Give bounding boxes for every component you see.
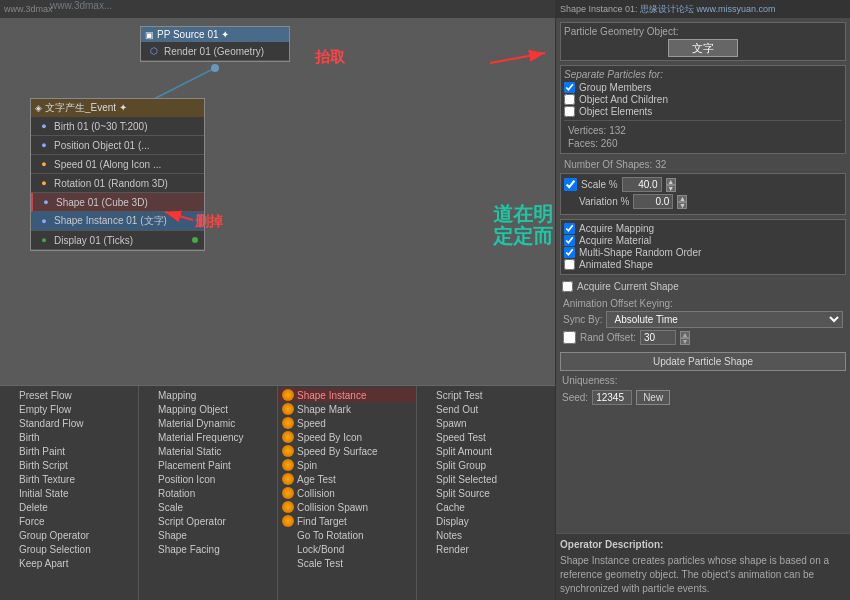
render-item-label: Render 01 (Geometry) [164,46,264,57]
toolbar-force[interactable]: Force [0,514,138,528]
geo-object-field[interactable] [668,39,738,57]
toolbar-standard-flow[interactable]: Standard Flow [0,416,138,430]
toolbar-split-selected[interactable]: Split Selected [417,472,555,486]
variation-spinner: ▲ ▼ [677,195,687,209]
variation-up[interactable]: ▲ [677,195,687,202]
toolbar-find-target[interactable]: Find Target [278,514,416,528]
object-elements-checkbox[interactable] [564,106,575,117]
toolbar-birth-paint[interactable]: Birth Paint [0,444,138,458]
multi-shape-label: Multi-Shape Random Order [579,247,701,258]
multi-shape-checkbox[interactable] [564,247,575,258]
toolbar-go-to-rotation[interactable]: Go To Rotation [278,528,416,542]
toolbar-split-source[interactable]: Split Source [417,486,555,500]
render-item[interactable]: ⬡ Render 01 (Geometry) [141,42,289,61]
update-btn[interactable]: Update Particle Shape [560,352,846,371]
acquire-material-checkbox[interactable] [564,235,575,246]
toolbar-delete[interactable]: Delete [0,500,138,514]
position-item[interactable]: ● Position Object 01 (... [31,136,204,155]
toolbar-lock-bond[interactable]: Lock/Bond [278,542,416,556]
toolbar-group-operator[interactable]: Group Operator [0,528,138,542]
toolbar-empty-flow[interactable]: Empty Flow [0,402,138,416]
toolbar-position-icon[interactable]: Position Icon [139,472,277,486]
shape-instance-item[interactable]: ● Shape Instance 01 (文字) [31,212,204,231]
speed-item[interactable]: ● Speed 01 (Along Icon ... [31,155,204,174]
toolbar-split-group[interactable]: Split Group [417,458,555,472]
toolbar-material-frequency[interactable]: Material Frequency [139,430,277,444]
display-label: Display 01 (Ticks) [54,235,133,246]
new-btn[interactable]: New [636,390,670,405]
toolbar-scale-test[interactable]: Scale Test [278,556,416,570]
toolbar-preset-flow[interactable]: Preset Flow [0,388,138,402]
toolbar-collision[interactable]: Collision [278,486,416,500]
toolbar-send-out[interactable]: Send Out [417,402,555,416]
toolbar-mapping-object[interactable]: Mapping Object [139,402,277,416]
toolbar-speed[interactable]: Speed [278,416,416,430]
toolbar-birth-texture[interactable]: Birth Texture [0,472,138,486]
site-watermark: www.3dmax... [50,0,112,11]
acquire-mapping-checkbox[interactable] [564,223,575,234]
toolbar-shape[interactable]: Shape [139,528,277,542]
toolbar-shape-instance[interactable]: Shape Instance [278,388,416,402]
rand-up[interactable]: ▲ [680,331,690,338]
toolbar-script-operator[interactable]: Script Operator [139,514,277,528]
object-and-children-checkbox[interactable] [564,94,575,105]
toolbar-col-4: Script Test Send Out Spawn Speed Test Sp… [417,386,555,600]
separate-particles-label: Separate Particles for: [564,69,842,80]
toolbar-notes[interactable]: Notes [417,528,555,542]
scale-up[interactable]: ▲ [666,178,676,185]
shape-instance-toolbar-icon [282,389,294,401]
toolbar-script-test[interactable]: Script Test [417,388,555,402]
variation-label: Variation % [579,196,629,207]
toolbar-speed-by-icon[interactable]: Speed By Icon [278,430,416,444]
toolbar-spawn[interactable]: Spawn [417,416,555,430]
toolbar-rotation[interactable]: Rotation [139,486,277,500]
source-node-title: PP Source 01 ✦ [157,29,229,40]
toolbar-material-static[interactable]: Material Static [139,444,277,458]
group-members-checkbox[interactable] [564,82,575,93]
birth-item[interactable]: ● Birth 01 (0~30 T:200) [31,117,204,136]
acquire-current-checkbox[interactable] [562,281,573,292]
rand-down[interactable]: ▼ [680,338,690,345]
scale-down[interactable]: ▼ [666,185,676,192]
toolbar-display[interactable]: Display [417,514,555,528]
toolbar-initial-state[interactable]: Initial State [0,486,138,500]
sync-dropdown[interactable]: Absolute Time [606,311,843,328]
toolbar-spin[interactable]: Spin [278,458,416,472]
toolbar-scale[interactable]: Scale [139,500,277,514]
bottom-toolbar: Preset Flow Empty Flow Standard Flow Bir… [0,385,555,600]
scale-input[interactable] [622,177,662,192]
toolbar-keep-apart[interactable]: Keep Apart [0,556,138,570]
toolbar-mapping[interactable]: Mapping [139,388,277,402]
variation-input[interactable] [633,194,673,209]
toolbar-speed-by-surface[interactable]: Speed By Surface [278,444,416,458]
rand-offset-input[interactable] [640,330,676,345]
toolbar-birth-script[interactable]: Birth Script [0,458,138,472]
rotation-item[interactable]: ● Rotation 01 (Random 3D) [31,174,204,193]
scale-checkbox[interactable] [564,178,577,191]
toolbar-age-test[interactable]: Age Test [278,472,416,486]
toolbar-collision-spawn[interactable]: Collision Spawn [278,500,416,514]
rand-offset-checkbox[interactable] [563,331,576,344]
shape-item[interactable]: ● Shape 01 (Cube 3D) [31,193,204,212]
toolbar-shape-facing[interactable]: Shape Facing [139,542,277,556]
toolbar-birth[interactable]: Birth [0,430,138,444]
scale-row: Scale % ▲ ▼ [564,177,842,192]
separate-particles-section: Separate Particles for: Group Members Ob… [560,65,846,154]
toolbar-group-selection[interactable]: Group Selection [0,542,138,556]
animated-shape-checkbox[interactable] [564,259,575,270]
seed-input[interactable] [592,390,632,405]
lock-bond-icon [282,543,294,555]
toolbar-cache[interactable]: Cache [417,500,555,514]
toolbar-material-dynamic[interactable]: Material Dynamic [139,416,277,430]
display-item[interactable]: ● Display 01 (Ticks) [31,231,204,250]
toolbar-split-amount[interactable]: Split Amount [417,444,555,458]
uniqueness-label: Uniqueness: [562,375,618,386]
toolbar-shape-mark[interactable]: Shape Mark [278,402,416,416]
toolbar-columns: Preset Flow Empty Flow Standard Flow Bir… [0,386,555,600]
toolbar-render[interactable]: Render [417,542,555,556]
speed-toolbar-icon [282,417,294,429]
variation-down[interactable]: ▼ [677,202,687,209]
toolbar-speed-test[interactable]: Speed Test [417,430,555,444]
acquire-section: Acquire Mapping Acquire Material Multi-S… [560,219,846,275]
toolbar-placement-paint[interactable]: Placement Paint [139,458,277,472]
